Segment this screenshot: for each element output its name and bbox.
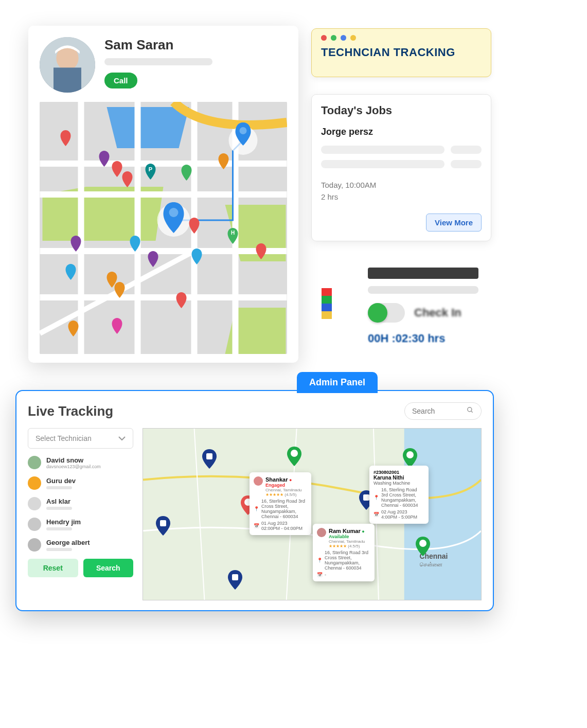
checkin-hours: 00H :02:30 hrs bbox=[368, 332, 481, 345]
view-more-button[interactable]: View More bbox=[426, 214, 482, 232]
technician-item[interactable]: George albert bbox=[28, 538, 133, 552]
avatar-icon bbox=[28, 518, 41, 531]
calendar-icon: 📅 bbox=[254, 523, 259, 528]
skeleton-row bbox=[321, 160, 482, 168]
svg-point-11 bbox=[169, 208, 179, 217]
window-dot-red bbox=[321, 35, 327, 41]
svg-rect-20 bbox=[206, 453, 212, 459]
search-box[interactable] bbox=[404, 402, 482, 420]
svg-point-24 bbox=[291, 450, 298, 457]
checkin-header-bar bbox=[368, 268, 478, 279]
technician-name: Guru dev bbox=[46, 477, 76, 485]
live-map[interactable]: Chennai சென்னை Shankar ● Engaged bbox=[143, 428, 482, 600]
avatar-icon bbox=[28, 476, 41, 490]
svg-rect-21 bbox=[160, 520, 166, 526]
skeleton-line bbox=[46, 527, 72, 530]
location-icon: 📍 bbox=[373, 495, 379, 500]
search-input[interactable] bbox=[412, 407, 463, 415]
avatar-icon bbox=[254, 476, 263, 486]
svg-point-10 bbox=[240, 127, 247, 134]
map-pin-job[interactable] bbox=[202, 449, 217, 469]
popup-job-address: 📍16, Sterling Road 3rd Cross Street, Nun… bbox=[373, 487, 424, 508]
technician-info: Asl klar bbox=[46, 498, 72, 510]
technician-select[interactable]: Select Technician bbox=[28, 428, 133, 449]
profile-card: Sam Saran Call bbox=[28, 26, 298, 363]
svg-point-14 bbox=[468, 407, 472, 412]
profile-name: Sam Saran bbox=[104, 37, 212, 53]
legend bbox=[322, 288, 332, 319]
popup-rating: ★★★★★ (4.5/5) bbox=[265, 492, 307, 497]
technician-name: Asl klar bbox=[46, 498, 72, 505]
technician-info: Guru dev bbox=[46, 477, 76, 489]
popup-address: 📍16, Sterling Road 3rd Cross Street, Nun… bbox=[317, 550, 370, 571]
popup-name: Ram Kumar bbox=[329, 528, 361, 534]
window-controls bbox=[321, 35, 482, 41]
jobs-title: Today's Jobs bbox=[321, 104, 482, 117]
map-pin-tech[interactable] bbox=[403, 448, 417, 468]
svg-text:P: P bbox=[149, 166, 152, 172]
job-time: Today, 10:00AM bbox=[321, 181, 482, 189]
technician-info: George albert bbox=[46, 539, 90, 551]
technician-item[interactable]: Asl klar bbox=[28, 497, 133, 510]
reset-button[interactable]: Reset bbox=[28, 559, 78, 577]
popup-location: Chennai, Tamilnadu bbox=[329, 539, 370, 544]
map-pin-tech[interactable] bbox=[416, 537, 430, 556]
svg-marker-7 bbox=[107, 107, 189, 148]
avatar-icon bbox=[28, 538, 41, 552]
tracking-banner: TECHNCIAN TRACKING bbox=[311, 28, 491, 77]
call-button[interactable]: Call bbox=[104, 73, 137, 88]
technician-name: Hendry jim bbox=[46, 518, 81, 526]
skeleton-line bbox=[46, 548, 72, 551]
svg-text:சென்னை: சென்னை bbox=[420, 561, 442, 567]
jobs-customer: Jorge persz bbox=[321, 127, 482, 137]
technician-item[interactable]: David snow davsnoew123@gmail.com bbox=[28, 456, 133, 469]
skeleton-line bbox=[46, 486, 72, 489]
popup-blank: 📅- bbox=[317, 572, 370, 577]
svg-text:H: H bbox=[231, 230, 235, 236]
technician-item[interactable]: Hendry jim bbox=[28, 518, 133, 531]
tracking-title: TECHNCIAN TRACKING bbox=[321, 46, 482, 59]
popup-job-customer: Karuna Nithi bbox=[373, 475, 424, 481]
admin-panel: Live Tracking Select Technician David sn… bbox=[15, 390, 494, 611]
popup-name: Shankar bbox=[265, 476, 288, 483]
profile-info: Sam Saran Call bbox=[104, 37, 212, 93]
skeleton-line bbox=[46, 507, 72, 510]
calendar-icon: 📅 bbox=[317, 572, 323, 577]
checkin-label: Check In bbox=[414, 306, 461, 319]
select-placeholder: Select Technician bbox=[35, 434, 92, 442]
popup-location: Chennai, Tamilnadu bbox=[265, 488, 307, 492]
technician-item[interactable]: Guru dev bbox=[28, 476, 133, 490]
location-icon: 📍 bbox=[254, 506, 259, 511]
popup-datetime: 📅01 Aug 2023 02:00PM - 04:00PM bbox=[254, 521, 307, 531]
popup-ram[interactable]: Ram Kumar ● Available Chennai, Tamilnadu… bbox=[313, 524, 375, 581]
legend-red bbox=[322, 288, 332, 296]
skeleton-row bbox=[321, 146, 482, 154]
svg-rect-22 bbox=[232, 574, 238, 580]
avatar-icon bbox=[28, 456, 41, 469]
search-button[interactable]: Search bbox=[83, 559, 134, 577]
technician-email: davsnoew123@gmail.com bbox=[46, 464, 101, 469]
map-pin-job[interactable] bbox=[156, 516, 170, 536]
popup-job-service: Washing Machine bbox=[373, 481, 424, 486]
calendar-icon: 📅 bbox=[373, 512, 379, 517]
map-pin-tech[interactable] bbox=[287, 447, 301, 466]
popup-rating: ★★★★★ (4.5/5) bbox=[329, 544, 370, 548]
technician-list: David snow davsnoew123@gmail.com Guru de… bbox=[28, 456, 133, 552]
search-icon bbox=[467, 406, 474, 416]
popup-address: 📍16, Sterling Road 3rd Cross Street, Nun… bbox=[254, 499, 307, 519]
profile-map[interactable]: P H bbox=[40, 102, 287, 354]
skeleton-bar bbox=[368, 286, 478, 294]
checkin-toggle[interactable] bbox=[368, 303, 405, 323]
admin-panel-tab[interactable]: Admin Panel bbox=[297, 372, 378, 393]
admin-title: Live Tracking bbox=[28, 403, 113, 419]
todays-jobs-card: Today's Jobs Jorge persz Today, 10:00AM … bbox=[311, 94, 491, 241]
svg-rect-2 bbox=[54, 67, 81, 93]
profile-avatar bbox=[40, 37, 95, 93]
svg-rect-23 bbox=[363, 494, 369, 501]
map-pin-job[interactable] bbox=[228, 570, 242, 590]
popup-shankar[interactable]: Shankar ● Engaged Chennai, Tamilnadu ★★★… bbox=[250, 472, 311, 535]
popup-job[interactable]: #230802001 Karuna Nithi Washing Machine … bbox=[369, 466, 429, 524]
legend-yellow bbox=[322, 311, 332, 319]
popup-job-datetime: 📅02 Aug 2023 4:00PM - 5:00PM bbox=[373, 509, 424, 520]
window-dot-green bbox=[331, 35, 336, 41]
